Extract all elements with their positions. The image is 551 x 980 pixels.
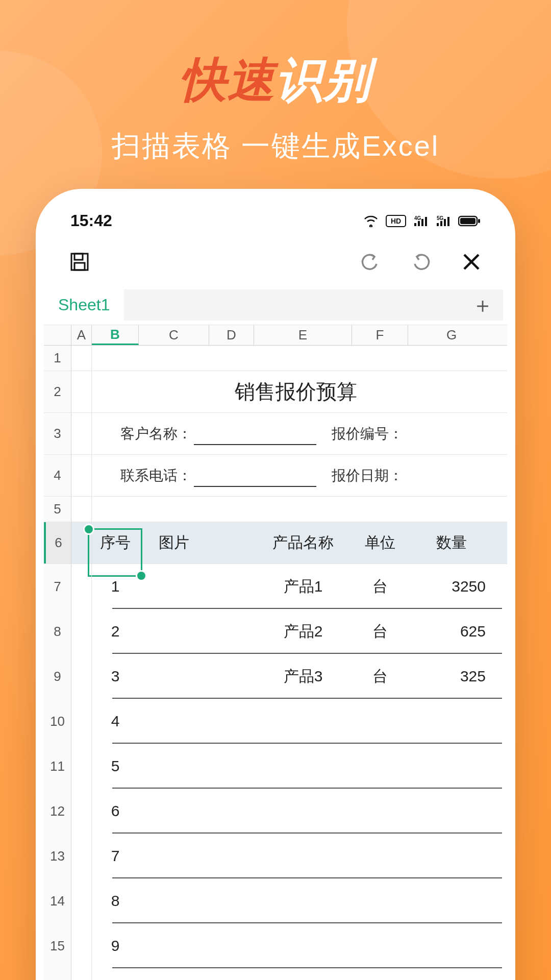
cell-selected-B6[interactable]: 序号	[92, 532, 139, 553]
row-header[interactable]: 10	[44, 699, 71, 744]
input-line	[194, 444, 316, 445]
battery-icon	[458, 215, 481, 227]
col-header-A[interactable]: A	[71, 325, 92, 345]
table-title: 销售报价预算	[235, 378, 357, 406]
header-image: 图片	[139, 532, 209, 553]
header-unit: 单位	[352, 532, 408, 553]
statusbar: 15:42 HD 4G 5G	[44, 197, 507, 235]
header-product-name: 产品名称	[254, 532, 352, 553]
col-header-B[interactable]: B	[92, 325, 139, 345]
table-row[interactable]: 12 6	[44, 789, 507, 834]
column-headers: A B C D E F G	[44, 325, 507, 346]
row-header[interactable]: 11	[44, 744, 71, 789]
svg-text:5G: 5G	[437, 215, 444, 221]
svg-rect-9	[440, 221, 442, 226]
statusbar-time: 15:42	[70, 211, 112, 230]
table-row[interactable]: 8 2 产品2 台 625	[44, 609, 507, 654]
col-header-C[interactable]: C	[139, 325, 209, 345]
row-header[interactable]: 13	[44, 834, 71, 878]
row-header-2[interactable]: 2	[44, 371, 71, 412]
svg-text:HD: HD	[391, 217, 401, 225]
row-3[interactable]: 3 客户名称： 报价编号：	[44, 413, 507, 455]
spreadsheet-grid[interactable]: A B C D E F G 1 2 销售报价预算 3	[44, 325, 507, 980]
col-header-G[interactable]: G	[408, 325, 495, 345]
add-sheet-button[interactable]: ＋	[462, 289, 503, 321]
wifi-icon	[363, 215, 379, 227]
row-header[interactable]: 8	[44, 609, 71, 654]
row-header[interactable]: 12	[44, 789, 71, 834]
col-header-F[interactable]: F	[352, 325, 408, 345]
cell-seq[interactable]: 3	[92, 668, 139, 685]
cell-unit[interactable]: 台	[352, 621, 408, 642]
table-row[interactable]: 15 9	[44, 923, 507, 968]
label-quote-no: 报价编号：	[332, 424, 403, 444]
sheet-tab-active[interactable]: Sheet1	[44, 285, 124, 325]
cell-seq[interactable]: 1	[92, 578, 139, 595]
row-header-1[interactable]: 1	[44, 346, 71, 371]
svg-rect-13	[460, 218, 475, 224]
sheet-tab-blank	[124, 289, 462, 321]
cell-product[interactable]: 产品1	[254, 576, 352, 597]
table-row[interactable]: 16 10	[44, 968, 507, 980]
cell-qty[interactable]: 625	[408, 623, 495, 640]
cell-unit[interactable]: 台	[352, 576, 408, 597]
input-line	[194, 486, 316, 487]
col-header-D[interactable]: D	[209, 325, 254, 345]
col-header-E[interactable]: E	[254, 325, 352, 345]
cell-seq[interactable]: 7	[92, 847, 139, 865]
cell-seq[interactable]: 2	[92, 623, 139, 640]
statusbar-icons: HD 4G 5G	[363, 215, 481, 227]
svg-rect-3	[414, 223, 416, 226]
row-2[interactable]: 2 销售报价预算	[44, 371, 507, 413]
svg-rect-5	[421, 219, 423, 226]
undo-icon[interactable]	[359, 251, 382, 273]
cell-seq[interactable]: 6	[92, 802, 139, 820]
row-header[interactable]: 16	[44, 968, 71, 980]
cell-product[interactable]: 产品3	[254, 666, 352, 687]
svg-text:4G: 4G	[414, 215, 421, 221]
svg-rect-10	[444, 219, 446, 226]
row-header[interactable]: 15	[44, 923, 71, 968]
svg-rect-4	[418, 221, 420, 226]
cell-seq[interactable]: 4	[92, 713, 139, 730]
close-icon[interactable]	[460, 251, 483, 273]
row-header-3[interactable]: 3	[44, 413, 71, 454]
cell-qty[interactable]: 325	[408, 668, 495, 685]
row-header[interactable]: 14	[44, 878, 71, 923]
svg-rect-8	[437, 223, 439, 226]
table-row[interactable]: 14 8	[44, 878, 507, 923]
col-corner[interactable]	[44, 325, 71, 345]
signal-4g-icon: 4G	[413, 215, 429, 227]
cell-unit[interactable]: 台	[352, 666, 408, 687]
label-customer-name: 客户名称：	[120, 424, 192, 444]
cell-seq[interactable]: 9	[92, 937, 139, 954]
row-header-6[interactable]: 6	[44, 522, 71, 564]
cell-qty[interactable]: 3250	[408, 578, 495, 595]
table-row[interactable]: 10 4	[44, 699, 507, 744]
save-icon[interactable]	[68, 251, 91, 273]
sheet-tab-bar: Sheet1 ＋	[44, 285, 507, 325]
row-header-4[interactable]: 4	[44, 455, 71, 496]
redo-icon[interactable]	[410, 251, 432, 273]
row-header[interactable]: 7	[44, 564, 71, 609]
table-row[interactable]: 11 5	[44, 744, 507, 789]
phone-mockup: 15:42 HD 4G 5G	[36, 189, 515, 980]
row-4[interactable]: 4 联系电话： 报价日期：	[44, 455, 507, 497]
row-header[interactable]: 9	[44, 654, 71, 699]
table-row[interactable]: 9 3 产品3 台 325	[44, 654, 507, 699]
row-5[interactable]: 5	[44, 497, 507, 522]
cell-seq[interactable]: 8	[92, 892, 139, 910]
cell-seq[interactable]: 5	[92, 757, 139, 775]
row-6-header[interactable]: 6 序号 图片 产品名称 单位 数量	[44, 522, 507, 564]
hero-title-accent: 快速	[180, 48, 276, 112]
svg-rect-11	[447, 217, 449, 226]
cell-product[interactable]: 产品2	[254, 621, 352, 642]
signal-5g-icon: 5G	[436, 215, 451, 227]
table-row[interactable]: 13 7	[44, 834, 507, 878]
svg-rect-14	[478, 219, 480, 223]
table-row[interactable]: 7 1 产品1 台 3250	[44, 564, 507, 609]
row-1[interactable]: 1	[44, 346, 507, 371]
row-header-5[interactable]: 5	[44, 497, 71, 522]
svg-rect-17	[74, 263, 85, 270]
header-seq: 序号	[100, 534, 131, 551]
